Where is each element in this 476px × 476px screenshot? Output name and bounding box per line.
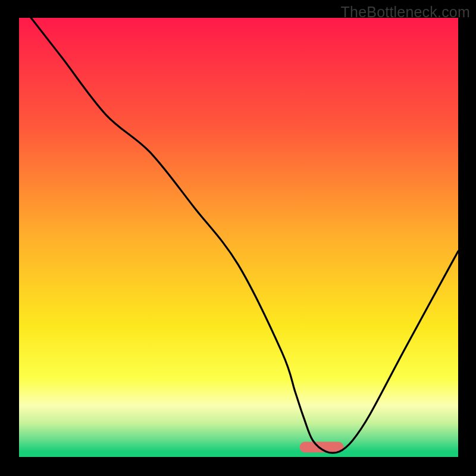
chart-container: TheBottleneck.com (0, 0, 476, 476)
bottleneck-chart (0, 0, 476, 476)
gradient-background (18, 18, 458, 458)
optimal-marker (300, 442, 344, 453)
watermark-text: TheBottleneck.com (341, 4, 470, 21)
